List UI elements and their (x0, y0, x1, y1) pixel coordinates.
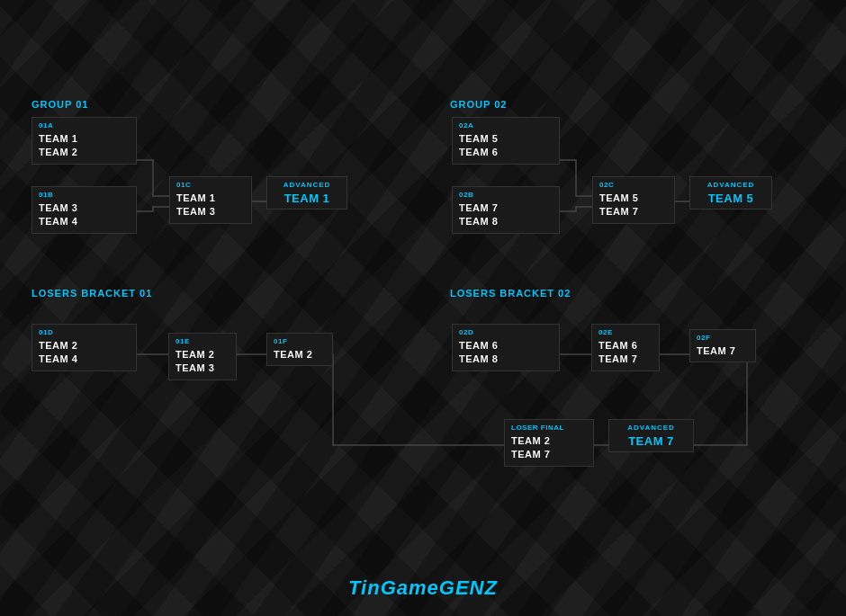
watermark: TinGameGENZ (348, 576, 498, 600)
match-02c: 02C TEAM 5 TEAM 7 (592, 176, 675, 224)
match-02a: 02A TEAM 5 TEAM 6 (452, 117, 560, 165)
match-02d: 02D TEAM 6 TEAM 8 (452, 324, 560, 371)
match-01b: 01B TEAM 3 TEAM 4 (32, 186, 137, 234)
match-02f: 02F TEAM 7 (689, 329, 756, 362)
match-01f: 01F TEAM 2 (266, 333, 333, 366)
group02-label: GROUP 02 (450, 99, 507, 110)
match-02b: 02B TEAM 7 TEAM 8 (452, 186, 560, 234)
loser-final: LOSER FINAL TEAM 2 TEAM 7 (504, 419, 594, 467)
match-01c: 01C TEAM 1 TEAM 3 (169, 176, 252, 224)
advanced-02: ADVANCED TEAM 5 (689, 176, 772, 210)
losers01-label: LOSERS BRACKET 01 (32, 288, 152, 299)
match-02e: 02E TEAM 6 TEAM 7 (591, 324, 660, 371)
advanced-01: ADVANCED TEAM 1 (266, 176, 347, 210)
match-01e: 01E TEAM 2 TEAM 3 (168, 333, 237, 380)
losers02-label: LOSERS BRACKET 02 (450, 288, 571, 299)
match-01d: 01D TEAM 2 TEAM 4 (32, 324, 137, 371)
group01-label: GROUP 01 (32, 99, 88, 110)
match-01a: 01A TEAM 1 TEAM 2 (32, 117, 137, 165)
advanced-loser: ADVANCED TEAM 7 (608, 419, 694, 452)
